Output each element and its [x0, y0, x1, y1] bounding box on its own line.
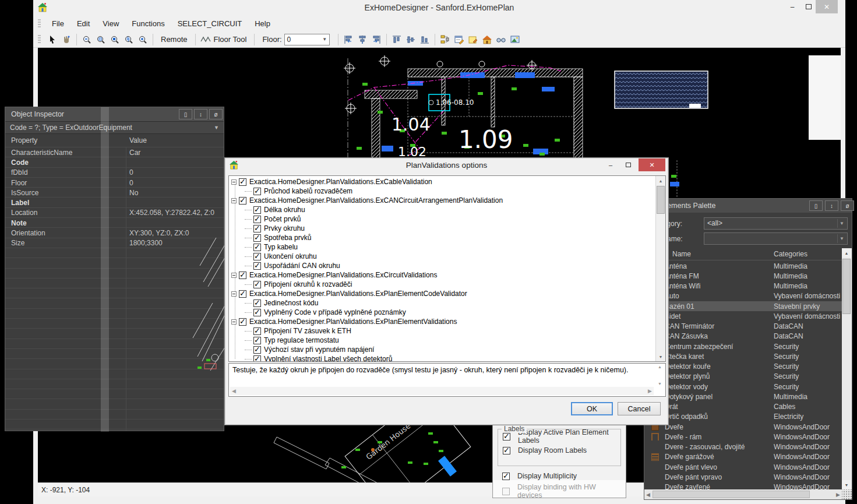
collapse-icon[interactable]	[231, 319, 237, 325]
column-categories[interactable]: Categories	[774, 250, 842, 258]
property-value[interactable]: Car	[126, 149, 224, 157]
table-row[interactable]: Dveře - rám WindowsAndDoor	[648, 432, 842, 442]
property-row[interactable]: IsSource No	[5, 188, 224, 198]
checkbox-icon[interactable]	[253, 216, 261, 223]
menu-edit[interactable]: Edit	[70, 17, 96, 30]
table-row[interactable]: Dveře zavřené WindowsAndDoor	[648, 482, 842, 491]
checkbox-icon[interactable]	[253, 337, 261, 344]
tree-row[interactable]: Připojení okruhů k rozvaděči	[229, 280, 655, 289]
tree-row[interactable]: Výchozí stav při vypnutém napájení	[229, 345, 655, 354]
vertical-scrollbar[interactable]: ▲ ▼	[655, 176, 665, 361]
property-value[interactable]: 0	[126, 168, 224, 177]
home-icon[interactable]	[480, 33, 494, 47]
property-row[interactable]: Note	[5, 218, 224, 228]
checkbox-icon[interactable]	[502, 488, 510, 495]
table-row[interactable]: CAN Terminátor DataCAN	[648, 322, 842, 332]
checkbox-icon[interactable]	[253, 206, 261, 214]
checkbox-icon[interactable]	[253, 327, 261, 335]
vertical-scrollbar[interactable]: ▲ ▼	[842, 248, 852, 489]
checkbox-icon[interactable]	[253, 225, 261, 232]
checkbox-icon[interactable]	[253, 253, 261, 260]
checkbox-icon[interactable]	[253, 188, 261, 195]
object-inspector-titlebar[interactable]: Object Inspector ▯ ↕ ø	[5, 107, 224, 121]
property-row[interactable]: fDbId 0	[5, 168, 224, 178]
tree-row[interactable]: Typ regulace termostatu	[229, 336, 655, 345]
elements-palette-titlebar[interactable]: Elements Palette ▯ ↕ ø	[644, 199, 852, 213]
align-left-icon[interactable]	[341, 33, 355, 47]
tree-row[interactable]: Ukončení okruhu	[229, 252, 655, 261]
table-row[interactable]: Auto Vybavení domácnosti	[648, 291, 842, 301]
filter-off-icon[interactable]: ø	[209, 109, 223, 119]
scrollbar-thumb[interactable]	[657, 186, 665, 214]
tree-row[interactable]: Vyplněný Code v případě vyplněné poznámk…	[229, 308, 655, 317]
property-value[interactable]: No	[126, 189, 224, 197]
checkbox-icon[interactable]	[503, 433, 510, 440]
checkbox-icon[interactable]	[253, 244, 261, 251]
select-tool-icon[interactable]	[45, 33, 59, 47]
checkbox-icon[interactable]	[502, 473, 510, 480]
dialog-maximize-button[interactable]	[620, 158, 636, 171]
tree-row[interactable]: Prvky okruhu	[229, 224, 655, 233]
object-selector-dropdown[interactable]: Code = ?; Type = ExOutdoorEquipment ▼	[5, 121, 224, 134]
scroll-left-icon[interactable]: ◀	[644, 492, 650, 498]
checkbox-icon[interactable]	[239, 178, 246, 186]
property-row[interactable]: Size 1800;3300	[5, 238, 224, 248]
collapse-icon[interactable]	[231, 273, 237, 278]
tree-row[interactable]: Exactica.HomeDesigner.PlanValidations.Ex…	[229, 196, 655, 205]
checkbox-icon[interactable]	[253, 346, 261, 354]
property-value[interactable]: X:452.058, Y:27822.42, Z:0	[126, 209, 224, 217]
checkbox-icon[interactable]	[253, 281, 261, 288]
table-row[interactable]: Detektor kouře Security	[648, 362, 842, 372]
dialog-close-button[interactable]: ✕	[639, 158, 665, 171]
description-hscroll[interactable]: ◀▶	[230, 387, 654, 395]
property-row[interactable]: Label	[5, 198, 224, 207]
tree-row[interactable]: Vyplnění vlastnosti Label všech detektor…	[229, 354, 655, 362]
table-row[interactable]: Dvere - zasouvaci, dvojité WindowsAndDoo…	[648, 442, 842, 452]
property-row[interactable]: Floor 0	[5, 178, 224, 188]
align-bottom-icon[interactable]	[418, 33, 432, 47]
table-row[interactable]: Dveře garážové WindowsAndDoor	[648, 452, 842, 462]
zoom-all-icon[interactable]	[122, 33, 136, 47]
sort-icon[interactable]: ↕	[825, 200, 838, 211]
checkbox-icon[interactable]	[253, 234, 261, 242]
properties-form-icon[interactable]	[452, 33, 466, 47]
close-button[interactable]: ✕	[816, 0, 838, 13]
table-row[interactable]: Detektor vody Security	[648, 382, 842, 392]
cancel-button[interactable]: Cancel	[618, 402, 661, 415]
checkbox-icon[interactable]	[253, 262, 261, 270]
label-checkbox-row[interactable]: Display Multiplicity	[498, 468, 621, 484]
menu-help[interactable]: Help	[248, 17, 277, 30]
checkbox-icon[interactable]	[239, 272, 246, 279]
edit-note-icon[interactable]	[466, 33, 480, 47]
zoom-window-icon[interactable]	[108, 33, 122, 47]
checkbox-icon[interactable]	[253, 355, 261, 362]
circuit-tree-icon[interactable]	[438, 33, 452, 47]
table-row[interactable]: Dveře WindowsAndDoor	[648, 422, 842, 432]
collapse-icon[interactable]	[231, 291, 237, 297]
table-row[interactable]: Anténa Wifi Multimedia	[648, 281, 842, 291]
scroll-right-icon[interactable]: ▶	[836, 492, 842, 498]
table-row[interactable]: CAN Zásuvka DataCAN	[648, 332, 842, 341]
menu-functions[interactable]: Functions	[125, 17, 171, 30]
remote-button[interactable]: Remote	[156, 34, 192, 45]
scroll-up-icon[interactable]: ▲	[656, 176, 665, 185]
tree-row[interactable]: Jedinečnost kódu	[229, 298, 655, 308]
align-middle-icon[interactable]	[404, 33, 418, 47]
filter-off-icon[interactable]: ø	[841, 200, 854, 211]
menu-file[interactable]: File	[45, 17, 70, 30]
property-row[interactable]: Orientation XY:300, YZ:0, ZX:0	[5, 228, 224, 238]
table-row[interactable]: Anténa FM Multimedia	[648, 271, 842, 281]
floor-tool-icon[interactable]	[199, 33, 213, 47]
table-row[interactable]: Bidet Vybavení domácnosti	[648, 311, 842, 321]
view-glasses-icon[interactable]	[494, 33, 508, 47]
horizontal-scrollbar[interactable]: ◀ ▶	[644, 489, 842, 499]
table-row[interactable]: Drát Cables	[648, 402, 842, 412]
sort-icon[interactable]: ↕	[194, 109, 207, 119]
align-center-icon[interactable]	[355, 33, 369, 47]
table-row[interactable]: Detektor plynů Security	[648, 372, 842, 382]
zoom-in-icon[interactable]	[136, 33, 150, 47]
checkbox-icon[interactable]	[253, 299, 261, 307]
align-top-icon[interactable]	[390, 33, 404, 47]
checkbox-icon[interactable]	[253, 309, 261, 316]
chevron-down-icon[interactable]: ▼	[837, 219, 846, 228]
